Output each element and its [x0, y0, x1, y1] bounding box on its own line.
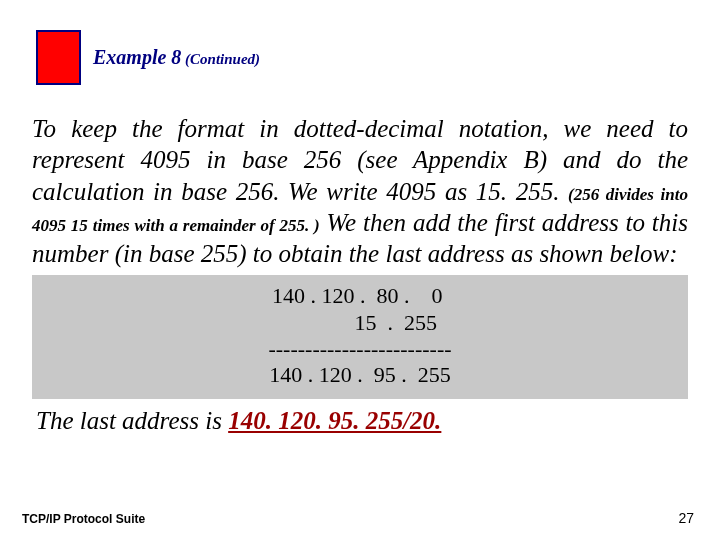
final-sentence: The last address is 140. 120. 95. 255/20…	[36, 407, 688, 435]
accent-box	[36, 30, 81, 85]
continued-label: (Continued)	[181, 51, 260, 67]
final-prefix: The last address is	[36, 407, 228, 434]
header-row: Example 8 (Continued)	[30, 30, 690, 85]
calculation-box: 140 . 120 . 80 . 0 15 . 255 ------------…	[32, 275, 688, 399]
final-answer: 140. 120. 95. 255/20.	[228, 407, 441, 434]
footer-title: TCP/IP Protocol Suite	[22, 512, 145, 526]
example-label: Example 8	[93, 46, 181, 68]
calc-line-1: 140 . 120 . 80 . 0	[32, 283, 688, 309]
calc-line-3: -------------------------	[32, 336, 688, 362]
example-heading: Example 8 (Continued)	[93, 46, 260, 69]
slide: Example 8 (Continued) To keep the format…	[0, 0, 720, 540]
page-number: 27	[678, 510, 694, 526]
calc-line-4: 140 . 120 . 95 . 255	[32, 362, 688, 388]
body-paragraph: To keep the format in dotted-decimal not…	[32, 113, 688, 269]
calc-line-2: 15 . 255	[32, 310, 688, 336]
